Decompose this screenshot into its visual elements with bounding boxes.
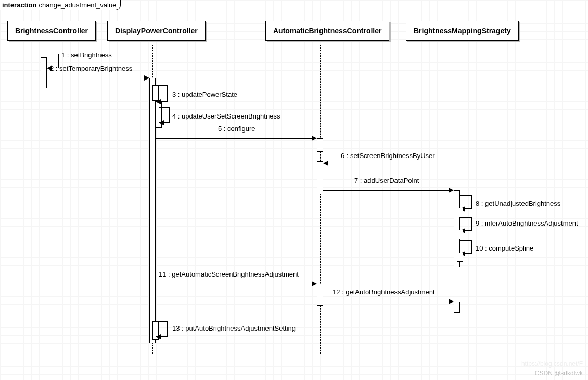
msg-11-getautomaticscreenbrightnessadjustment: 11 : getAutomaticScreenBrightnessAdjustm… <box>156 280 317 288</box>
watermark-url: https://blog.csdn.net/F <box>521 360 583 368</box>
activation-p3-msg11 <box>317 284 323 306</box>
interaction-name: change_adustment_value <box>39 1 116 9</box>
interaction-frame-label: interactionchange_adustment_value <box>0 0 121 10</box>
msg-8-label: 8 : getUnadjustedBrightness <box>476 200 560 207</box>
watermark-author: CSDN @sdkdlwk <box>535 370 583 377</box>
activation-p2-nest1 <box>152 85 159 101</box>
activation-p3-configure <box>317 138 323 152</box>
msg-2-settemporarybrightness: 2 : setTemporaryBrightness <box>47 74 149 82</box>
activation-p4-nest2 <box>457 230 463 239</box>
activation-p4-msg12 <box>454 302 460 313</box>
msg-5-label: 5 : configure <box>218 125 255 133</box>
interaction-keyword: interaction <box>2 1 36 9</box>
msg-3-label: 3 : updatePowerState <box>172 90 237 98</box>
participant-display-power-controller: DisplayPowerController <box>107 21 206 41</box>
activation-p1 <box>41 57 47 88</box>
msg-11-label: 11 : getAutomaticScreenBrightnessAdjustm… <box>159 270 299 278</box>
msg-13-label: 13 : putAutoBrightnessAdjustmentSetting <box>172 324 296 332</box>
participant-brightness-controller: BrightnessController <box>7 21 96 41</box>
activation-p3-setscreen <box>317 161 323 194</box>
msg-9-label: 9 : inferAutoBrightnessAdjustment <box>476 219 578 227</box>
lifeline-p3 <box>320 45 321 354</box>
msg-12-getautobrightnessadjustment: 12 : getAutoBrightnessAdjustment <box>323 297 454 306</box>
msg-12-label: 12 : getAutoBrightnessAdjustment <box>333 288 435 296</box>
participant-brightness-mapping-strategy: BrightnessMappingStragety <box>406 21 519 41</box>
activation-p4-nest1 <box>457 208 463 217</box>
msg-5-configure: 5 : configure <box>156 134 317 142</box>
participant-automatic-brightness-controller: AutomaticBrightnessController <box>265 21 389 41</box>
msg-7-adduserdatapoint: 7 : addUserDataPoint <box>323 186 454 194</box>
activation-p2-main <box>149 78 156 343</box>
lifeline-p1 <box>44 45 44 354</box>
msg-7-label: 7 : addUserDataPoint <box>354 177 419 185</box>
activation-p4-nest3 <box>457 253 463 262</box>
msg-10-label: 10 : computeSpline <box>476 244 533 252</box>
msg-6-label: 6 : setScreenBrightnessByUser <box>341 152 435 160</box>
msg-2-label: 2 : setTemporaryBrightness <box>50 64 132 72</box>
msg-1-label: 1 : setBrightness <box>61 51 112 59</box>
msg-4-label: 4 : updateUserSetScreenBrightness <box>172 112 280 120</box>
